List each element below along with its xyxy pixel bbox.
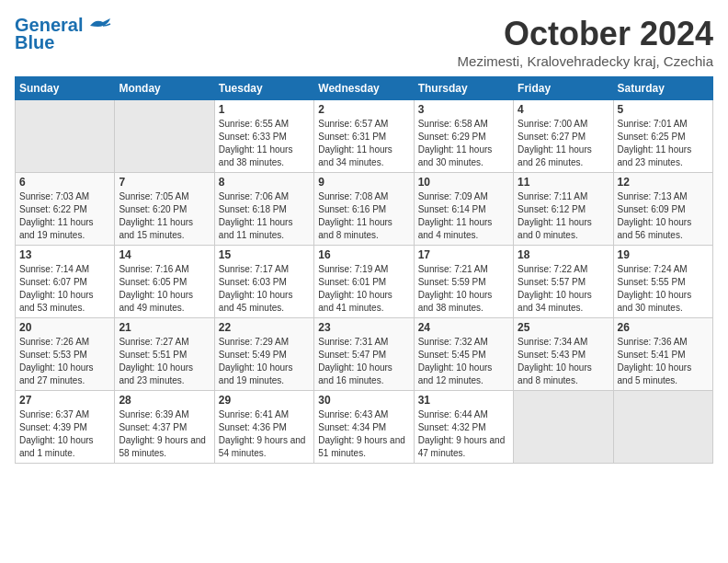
title-block: October 2024 Mezimesti, Kralovehradecky … xyxy=(458,15,713,69)
day-cell-5-4: 30Sunrise: 6:43 AM Sunset: 4:34 PM Dayli… xyxy=(314,391,414,464)
calendar-header: Sunday Monday Tuesday Wednesday Thursday… xyxy=(16,77,713,100)
day-info: Sunrise: 7:01 AM Sunset: 6:25 PM Dayligh… xyxy=(618,118,709,169)
day-number: 19 xyxy=(618,248,709,261)
header-sunday: Sunday xyxy=(16,77,115,100)
day-number: 23 xyxy=(318,321,409,334)
day-number: 11 xyxy=(518,176,609,189)
day-cell-4-6: 25Sunrise: 7:34 AM Sunset: 5:43 PM Dayli… xyxy=(514,318,613,391)
day-cell-3-5: 17Sunrise: 7:21 AM Sunset: 5:59 PM Dayli… xyxy=(414,246,513,318)
day-number: 2 xyxy=(318,103,409,116)
week-row-3: 13Sunrise: 7:14 AM Sunset: 6:07 PM Dayli… xyxy=(16,246,713,318)
day-cell-4-2: 21Sunrise: 7:27 AM Sunset: 5:51 PM Dayli… xyxy=(115,318,214,391)
day-cell-5-7 xyxy=(613,391,712,464)
day-info: Sunrise: 6:55 AM Sunset: 6:33 PM Dayligh… xyxy=(219,118,310,169)
day-number: 16 xyxy=(318,248,409,261)
day-number: 26 xyxy=(618,321,709,334)
day-number: 8 xyxy=(219,176,310,189)
day-cell-4-5: 24Sunrise: 7:32 AM Sunset: 5:45 PM Dayli… xyxy=(414,318,513,391)
week-row-4: 20Sunrise: 7:26 AM Sunset: 5:53 PM Dayli… xyxy=(16,318,713,391)
day-info: Sunrise: 6:37 AM Sunset: 4:39 PM Dayligh… xyxy=(19,408,110,460)
day-number: 20 xyxy=(19,321,110,334)
day-info: Sunrise: 7:31 AM Sunset: 5:47 PM Dayligh… xyxy=(318,336,409,387)
day-info: Sunrise: 7:14 AM Sunset: 6:07 PM Dayligh… xyxy=(19,263,110,315)
day-cell-5-5: 31Sunrise: 6:44 AM Sunset: 4:32 PM Dayli… xyxy=(414,391,513,464)
day-number: 12 xyxy=(618,176,709,189)
week-row-2: 6Sunrise: 7:03 AM Sunset: 6:22 PM Daylig… xyxy=(16,173,713,246)
day-number: 7 xyxy=(119,176,210,189)
header-tuesday: Tuesday xyxy=(214,77,313,100)
day-number: 22 xyxy=(219,321,310,334)
day-number: 14 xyxy=(119,248,210,261)
header-thursday: Thursday xyxy=(414,77,513,100)
day-number: 3 xyxy=(418,103,509,116)
day-info: Sunrise: 7:16 AM Sunset: 6:05 PM Dayligh… xyxy=(119,263,210,315)
day-number: 28 xyxy=(119,394,210,407)
day-info: Sunrise: 6:58 AM Sunset: 6:29 PM Dayligh… xyxy=(418,118,509,169)
day-info: Sunrise: 7:13 AM Sunset: 6:09 PM Dayligh… xyxy=(618,190,709,242)
day-info: Sunrise: 6:39 AM Sunset: 4:37 PM Dayligh… xyxy=(119,408,210,460)
day-info: Sunrise: 6:57 AM Sunset: 6:31 PM Dayligh… xyxy=(318,118,409,169)
day-cell-5-3: 29Sunrise: 6:41 AM Sunset: 4:36 PM Dayli… xyxy=(214,391,313,464)
header-monday: Monday xyxy=(115,77,214,100)
day-info: Sunrise: 7:29 AM Sunset: 5:49 PM Dayligh… xyxy=(219,336,310,387)
logo-bird-icon xyxy=(86,17,112,35)
day-number: 21 xyxy=(119,321,210,334)
logo-text-blue: Blue xyxy=(15,32,54,53)
day-cell-3-3: 15Sunrise: 7:17 AM Sunset: 6:03 PM Dayli… xyxy=(214,246,313,318)
day-cell-1-1 xyxy=(16,100,115,173)
day-number: 9 xyxy=(318,176,409,189)
header-wednesday: Wednesday xyxy=(314,77,414,100)
header-row: Sunday Monday Tuesday Wednesday Thursday… xyxy=(16,77,713,100)
day-cell-4-7: 26Sunrise: 7:36 AM Sunset: 5:41 PM Dayli… xyxy=(613,318,712,391)
day-number: 6 xyxy=(19,176,110,189)
day-cell-1-2 xyxy=(115,100,214,173)
day-number: 5 xyxy=(618,103,709,116)
day-cell-4-3: 22Sunrise: 7:29 AM Sunset: 5:49 PM Dayli… xyxy=(214,318,313,391)
day-cell-2-2: 7Sunrise: 7:05 AM Sunset: 6:20 PM Daylig… xyxy=(115,173,214,246)
day-info: Sunrise: 7:11 AM Sunset: 6:12 PM Dayligh… xyxy=(518,190,609,242)
day-cell-3-1: 13Sunrise: 7:14 AM Sunset: 6:07 PM Dayli… xyxy=(16,246,115,318)
day-number: 18 xyxy=(518,248,609,261)
day-cell-4-1: 20Sunrise: 7:26 AM Sunset: 5:53 PM Dayli… xyxy=(16,318,115,391)
day-cell-2-6: 11Sunrise: 7:11 AM Sunset: 6:12 PM Dayli… xyxy=(514,173,613,246)
day-info: Sunrise: 7:24 AM Sunset: 5:55 PM Dayligh… xyxy=(618,263,709,315)
page-header: General Blue October 2024 Mezimesti, Kra… xyxy=(15,15,713,69)
day-info: Sunrise: 7:21 AM Sunset: 5:59 PM Dayligh… xyxy=(418,263,509,315)
day-info: Sunrise: 7:09 AM Sunset: 6:14 PM Dayligh… xyxy=(418,190,509,242)
day-cell-4-4: 23Sunrise: 7:31 AM Sunset: 5:47 PM Dayli… xyxy=(314,318,414,391)
day-number: 24 xyxy=(418,321,509,334)
day-info: Sunrise: 7:19 AM Sunset: 6:01 PM Dayligh… xyxy=(318,263,409,315)
day-number: 17 xyxy=(418,248,509,261)
header-friday: Friday xyxy=(514,77,613,100)
day-info: Sunrise: 7:05 AM Sunset: 6:20 PM Dayligh… xyxy=(119,190,210,242)
day-number: 10 xyxy=(418,176,509,189)
day-number: 27 xyxy=(19,394,110,407)
day-number: 15 xyxy=(219,248,310,261)
week-row-1: 1Sunrise: 6:55 AM Sunset: 6:33 PM Daylig… xyxy=(16,100,713,173)
day-info: Sunrise: 7:32 AM Sunset: 5:45 PM Dayligh… xyxy=(418,336,509,387)
day-info: Sunrise: 6:43 AM Sunset: 4:34 PM Dayligh… xyxy=(318,408,409,460)
day-info: Sunrise: 6:44 AM Sunset: 4:32 PM Dayligh… xyxy=(418,408,509,460)
day-info: Sunrise: 7:00 AM Sunset: 6:27 PM Dayligh… xyxy=(518,118,609,169)
week-row-5: 27Sunrise: 6:37 AM Sunset: 4:39 PM Dayli… xyxy=(16,391,713,464)
day-info: Sunrise: 7:06 AM Sunset: 6:18 PM Dayligh… xyxy=(219,190,310,242)
day-number: 1 xyxy=(219,103,310,116)
day-cell-2-4: 9Sunrise: 7:08 AM Sunset: 6:16 PM Daylig… xyxy=(314,173,414,246)
month-title: October 2024 xyxy=(458,15,713,53)
day-cell-2-7: 12Sunrise: 7:13 AM Sunset: 6:09 PM Dayli… xyxy=(613,173,712,246)
day-cell-5-2: 28Sunrise: 6:39 AM Sunset: 4:37 PM Dayli… xyxy=(115,391,214,464)
day-cell-1-6: 4Sunrise: 7:00 AM Sunset: 6:27 PM Daylig… xyxy=(514,100,613,173)
day-info: Sunrise: 7:36 AM Sunset: 5:41 PM Dayligh… xyxy=(618,336,709,387)
day-number: 30 xyxy=(318,394,409,407)
day-cell-2-1: 6Sunrise: 7:03 AM Sunset: 6:22 PM Daylig… xyxy=(16,173,115,246)
day-number: 25 xyxy=(518,321,609,334)
day-cell-3-4: 16Sunrise: 7:19 AM Sunset: 6:01 PM Dayli… xyxy=(314,246,414,318)
day-info: Sunrise: 7:34 AM Sunset: 5:43 PM Dayligh… xyxy=(518,336,609,387)
day-info: Sunrise: 7:03 AM Sunset: 6:22 PM Dayligh… xyxy=(19,190,110,242)
day-number: 29 xyxy=(219,394,310,407)
day-info: Sunrise: 6:41 AM Sunset: 4:36 PM Dayligh… xyxy=(219,408,310,460)
day-cell-5-1: 27Sunrise: 6:37 AM Sunset: 4:39 PM Dayli… xyxy=(16,391,115,464)
day-cell-3-7: 19Sunrise: 7:24 AM Sunset: 5:55 PM Dayli… xyxy=(613,246,712,318)
calendar-body: 1Sunrise: 6:55 AM Sunset: 6:33 PM Daylig… xyxy=(16,100,713,464)
logo: General Blue xyxy=(15,15,112,53)
